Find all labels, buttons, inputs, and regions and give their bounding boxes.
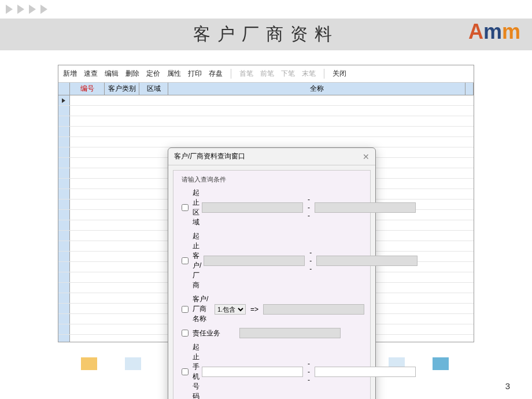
table-row[interactable]	[58, 127, 474, 137]
criteria-name-label[interactable]: 客户/厂商名称	[179, 294, 212, 324]
page-title: 客户厂商资料	[193, 23, 339, 46]
criteria-range-customer-label[interactable]: 起止客户/厂商	[179, 231, 201, 290]
toolbar: 新增 速查 编辑 删除 定价 属性 打印 存盘 首笔 前笔 下笔 末笔 关闭	[58, 65, 474, 83]
title-bar: 客户厂商资料 Amm	[0, 19, 532, 50]
dialog-legend: 请输入查询条件	[179, 175, 364, 184]
row-header[interactable]	[58, 304, 70, 313]
responsible-input[interactable]	[239, 328, 341, 338]
row-header[interactable]	[58, 147, 70, 157]
row-header[interactable]	[58, 168, 70, 178]
table-header: 编号 客户类别 区域 全称	[58, 83, 474, 95]
table-row[interactable]	[58, 137, 474, 147]
criteria-name: 客户/厂商名称 1.包含 =>	[179, 294, 364, 324]
row-header[interactable]	[58, 137, 70, 147]
row-header[interactable]	[58, 127, 70, 136]
page-number: 3	[505, 381, 510, 391]
row-header[interactable]	[58, 335, 70, 342]
toolbar-save[interactable]: 存盘	[209, 69, 223, 79]
row-header[interactable]	[58, 189, 70, 199]
query-dialog: 客户/厂商资料查询窗口 ✕ 请输入查询条件 起止区域 --- 起止客户/厂商 -…	[168, 147, 376, 399]
close-icon[interactable]: ✕	[363, 152, 370, 161]
range-area-from-input[interactable]	[202, 202, 303, 213]
criteria-range-area-label[interactable]: 起止区域	[179, 188, 200, 227]
table-header-end	[466, 83, 474, 95]
table-row[interactable]	[58, 116, 474, 127]
decorative-arrows	[0, 0, 532, 19]
row-header[interactable]	[58, 200, 70, 209]
criteria-phone-range-label[interactable]: 起止手机号码	[179, 342, 200, 399]
criteria-name-checkbox[interactable]	[182, 306, 189, 313]
row-header[interactable]	[58, 314, 70, 324]
dash-separator: ---	[305, 360, 312, 384]
table-row[interactable]	[58, 95, 474, 106]
criteria-range-area: 起止区域 ---	[179, 188, 364, 227]
table-header-area[interactable]: 区域	[139, 83, 168, 95]
table-header-type[interactable]: 客户类别	[105, 83, 139, 95]
criteria-responsible: 责任业务	[179, 328, 364, 338]
phone-from-input[interactable]	[202, 367, 303, 377]
criteria-range-customer-checkbox[interactable]	[182, 257, 189, 264]
toolbar-close[interactable]: 关闭	[332, 69, 346, 79]
table-row[interactable]	[58, 106, 474, 116]
row-header[interactable]	[58, 231, 70, 241]
row-header[interactable]	[58, 95, 70, 105]
toolbar-separator	[324, 69, 324, 79]
toolbar-new[interactable]: 新增	[63, 69, 77, 79]
row-header[interactable]	[58, 272, 70, 282]
dialog-body: 请输入查询条件 起止区域 --- 起止客户/厂商 --- 客户/厂商名称	[173, 170, 371, 399]
row-header[interactable]	[58, 158, 70, 168]
row-header[interactable]	[58, 252, 70, 261]
criteria-phone-range-checkbox[interactable]	[182, 368, 189, 375]
dash-separator: ---	[307, 249, 314, 273]
toolbar-next: 下笔	[281, 69, 295, 79]
toolbar-last: 末笔	[302, 69, 316, 79]
toolbar-delete[interactable]: 删除	[125, 69, 139, 79]
logo: Amm	[468, 20, 520, 44]
row-header[interactable]	[58, 241, 70, 251]
range-customer-to-input[interactable]	[316, 256, 418, 266]
criteria-responsible-label[interactable]: 责任业务	[179, 328, 237, 338]
row-header[interactable]	[58, 220, 70, 230]
toolbar-pricing[interactable]: 定价	[146, 69, 160, 79]
toolbar-quick-search[interactable]: 速查	[84, 69, 98, 79]
toolbar-edit[interactable]: 编辑	[105, 69, 119, 79]
dash-separator: ---	[305, 195, 312, 220]
row-header[interactable]	[58, 179, 70, 189]
toolbar-separator	[231, 69, 231, 79]
table-header-fullname[interactable]: 全称	[168, 83, 466, 95]
range-customer-from-input[interactable]	[204, 256, 305, 266]
table-header-rowhead	[58, 83, 70, 95]
range-area-to-input[interactable]	[315, 202, 416, 213]
row-header[interactable]	[58, 262, 70, 272]
name-match-select[interactable]: 1.包含	[215, 304, 246, 315]
arrow-label: =>	[248, 305, 261, 313]
row-header[interactable]	[58, 283, 70, 293]
dialog-titlebar[interactable]: 客户/厂商资料查询窗口 ✕	[168, 148, 375, 165]
toolbar-attributes[interactable]: 属性	[167, 69, 181, 79]
row-header[interactable]	[58, 324, 70, 334]
toolbar-first: 首笔	[239, 69, 253, 79]
dialog-title: 客户/厂商资料查询窗口	[174, 152, 245, 161]
criteria-responsible-checkbox[interactable]	[182, 330, 189, 337]
row-header[interactable]	[58, 116, 70, 126]
criteria-range-area-checkbox[interactable]	[182, 204, 189, 211]
row-header[interactable]	[58, 293, 70, 303]
name-value-input[interactable]	[263, 304, 364, 315]
table-header-id[interactable]: 编号	[70, 83, 105, 95]
phone-to-input[interactable]	[315, 367, 416, 377]
criteria-range-customer: 起止客户/厂商 ---	[179, 231, 364, 290]
row-header[interactable]	[58, 210, 70, 220]
row-header[interactable]	[58, 106, 70, 116]
toolbar-print[interactable]: 打印	[188, 69, 202, 79]
criteria-phone-range: 起止手机号码 ---	[179, 342, 364, 399]
toolbar-prev: 前笔	[260, 69, 274, 79]
